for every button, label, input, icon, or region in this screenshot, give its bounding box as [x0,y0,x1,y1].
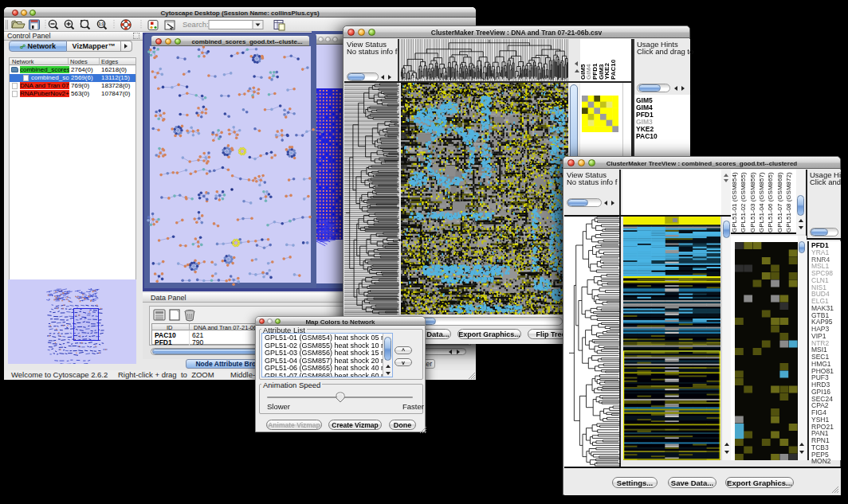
svg-text:GPL51-01 (GSM854): GPL51-01 (GSM854) [731,172,738,232]
svg-text:GPL51-07 (GSM868): GPL51-07 (GSM868) [776,172,783,232]
svg-text:GPL51-08 (GSM872): GPL51-08 (GSM872) [785,172,792,232]
svg-text:GPL51-04 (GSM857): GPL51-04 (GSM857) [758,172,765,232]
svg-text:GPL51-06 (GSM865): GPL51-06 (GSM865) [767,172,774,232]
svg-text:PAC10: PAC10 [610,59,617,80]
svg-text:GPL51-02 (GSM855): GPL51-02 (GSM855) [740,172,747,232]
svg-text:Search:: Search: [183,20,209,29]
svg-text:GPL51-03 (GSM856): GPL51-03 (GSM856) [749,172,756,232]
svg-text:1:1: 1:1 [98,21,104,26]
